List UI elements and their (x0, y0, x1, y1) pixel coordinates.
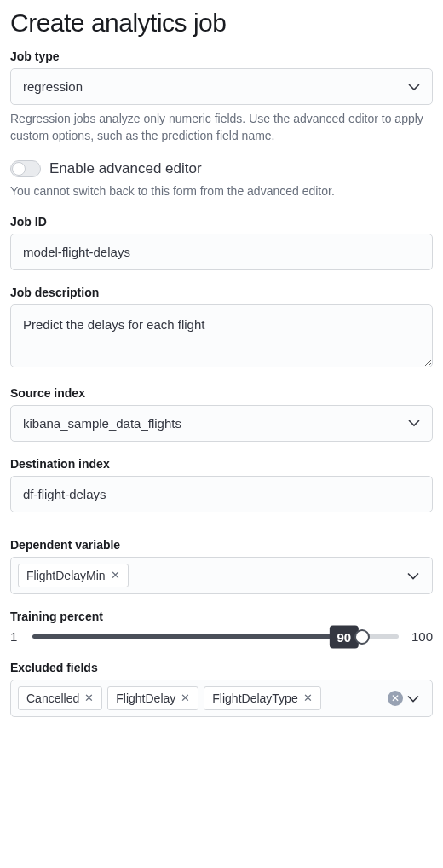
pill-label: FlightDelay (116, 692, 175, 705)
chevron-down-icon (406, 568, 420, 582)
pill-flightdelaymin[interactable]: FlightDelayMin ✕ (18, 564, 129, 587)
source-index-label: Source index (10, 386, 433, 400)
chevron-down-icon (406, 691, 420, 705)
job-type-label: Job type (10, 49, 433, 63)
pill-cancelled[interactable]: Cancelled ✕ (18, 686, 102, 710)
advanced-editor-help: You cannot switch back to this form from… (10, 182, 433, 200)
pill-flightdelay[interactable]: FlightDelay ✕ (107, 686, 198, 710)
pill-label: FlightDelayType (212, 692, 297, 705)
training-percent-slider[interactable]: 1 90 100 (10, 628, 433, 645)
job-type-help: Regression jobs analyze only numeric fie… (10, 110, 433, 145)
destination-index-input[interactable] (10, 476, 433, 512)
close-icon[interactable]: ✕ (84, 692, 94, 704)
clear-all-icon[interactable]: ✕ (388, 691, 403, 706)
job-description-label: Job description (10, 286, 433, 299)
pill-label: FlightDelayMin (26, 569, 106, 582)
dependent-variable-label: Dependent variable (10, 538, 433, 552)
close-icon[interactable]: ✕ (303, 692, 313, 704)
slider-thumb[interactable] (354, 629, 370, 645)
range-max: 100 (407, 629, 433, 644)
range-min: 1 (10, 629, 24, 644)
excluded-fields-combo[interactable]: Cancelled ✕ FlightDelay ✕ FlightDelayTyp… (10, 680, 433, 717)
close-icon[interactable]: ✕ (111, 569, 120, 582)
excluded-fields-label: Excluded fields (10, 661, 433, 674)
job-description-textarea[interactable]: Predict the delays for each flight (10, 304, 433, 367)
page-title: Create analytics job (10, 9, 433, 38)
slider-track-fill (32, 634, 362, 639)
advanced-editor-toggle[interactable] (10, 160, 41, 177)
dependent-variable-combo[interactable]: FlightDelayMin ✕ (10, 557, 433, 594)
job-id-input[interactable] (10, 234, 433, 270)
advanced-editor-label: Enable advanced editor (49, 160, 202, 177)
toggle-thumb (12, 162, 26, 176)
source-index-select[interactable]: kibana_sample_data_flights (10, 405, 433, 442)
job-id-label: Job ID (10, 215, 433, 229)
destination-index-label: Destination index (10, 457, 433, 471)
pill-label: Cancelled (26, 692, 79, 705)
pill-flightdelaytype[interactable]: FlightDelayType ✕ (204, 686, 320, 710)
close-icon[interactable]: ✕ (181, 692, 190, 704)
job-type-select[interactable]: regression (10, 68, 433, 105)
training-percent-label: Training percent (10, 610, 433, 623)
